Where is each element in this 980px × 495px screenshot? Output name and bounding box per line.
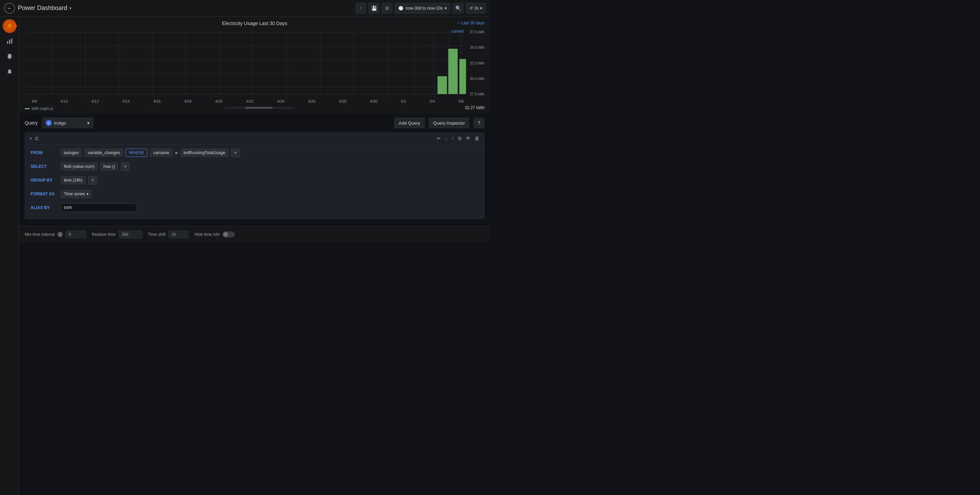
y-axis-labels: 37.5 kWh 35.0 kWh 32.5 kWh 30.0 kWh 27.5… [464,29,485,97]
sidebar-item-fire[interactable] [3,19,16,33]
dashboard-title[interactable]: Power Dashboard ▾ [18,5,72,12]
delete-icon[interactable]: 🗑 [474,135,480,142]
chart-time-link[interactable]: ○ Last 30 days [457,21,485,25]
chart-legend: kWh (right-y) [25,106,53,111]
where-op: = [175,150,178,155]
add-query-button[interactable]: Add Query [394,117,425,129]
groupby-label: GROUP BY [30,178,58,182]
min-time-input[interactable] [65,230,86,239]
current-value: 32.27 kWh [465,105,485,110]
from-label: FROM [30,150,58,155]
sidebar [0,16,19,495]
bottom-options: Min time interval i Relative time Time s… [19,226,490,243]
time-shift-input[interactable] [168,230,189,239]
refresh-caret: ▾ [480,6,482,11]
back-button[interactable]: ← [4,3,15,14]
svg-rect-28 [448,49,457,94]
select-label: SELECT [30,164,58,169]
chart-title: Electricity Usage Last 30 Days [25,21,485,26]
sidebar-item-chart[interactable] [3,34,16,48]
query-row-from: FROM autogen variable_changes WHERE varn… [30,147,479,158]
query-header: Query ◎ Indigo ▾ Add Query Query Inspect… [25,117,485,129]
share-icon[interactable]: ↑ [355,3,366,14]
dashboard-title-text: Power Dashboard [18,5,67,12]
save-icon[interactable]: 💾 [368,3,379,14]
chart-area: 37.5 kWh 35.0 kWh 32.5 kWh 30.0 kWh 27.5… [25,29,485,104]
query-section: Query ◎ Indigo ▾ Add Query Query Inspect… [19,113,490,226]
datasource-icon: ◎ [46,120,52,126]
hide-time-label: Hide time info [194,232,220,237]
alias-label: ALIAS BY [30,205,58,210]
from-table-tag[interactable]: autogen [61,149,82,157]
topnav-actions: ↑ 💾 ⚙ 🕐 now-30d to now-10s ▾ 🔍 ↺ 3s ▾ [355,3,486,14]
refresh-icon: ↺ [469,6,473,11]
chart-panel: Electricity Usage Last 30 Days ○ Last 30… [19,16,490,113]
edit-icon[interactable]: ✏ [436,135,442,142]
time-range-button[interactable]: 🕐 now-30d to now-10s ▾ [395,3,450,14]
min-time-group: Min time interval i [25,230,86,239]
query-inspector-button[interactable]: Query Inspector [429,117,470,129]
settings-icon[interactable]: ⚙ [382,3,393,14]
datasource-select[interactable]: ◎ Indigo ▾ [42,117,94,129]
time-range-text: now-30d to now-10s [406,6,442,11]
select-fn-tag[interactable]: max () [100,162,118,171]
chart-scrollbar-thumb [245,107,273,109]
main-layout: Electricity Usage Last 30 Days ○ Last 30… [0,16,490,495]
where-tag[interactable]: WHERE [126,149,147,157]
help-button[interactable]: ? [474,117,485,129]
format-select[interactable]: Time series ▾ [61,190,92,198]
chart-scrollbar[interactable] [224,107,293,109]
move-down-icon[interactable]: ↓ [444,135,448,142]
add-select-button[interactable]: + [121,162,130,171]
datasource-name: Indigo [54,121,66,125]
min-time-label: Min time interval [25,232,55,237]
add-groupby-button[interactable]: + [88,176,97,185]
query-row-alias: ALIAS BY [30,202,479,213]
toggle-knob [223,232,228,237]
hide-time-group: Hide time info [194,232,234,238]
legend-color-kwh [25,108,30,109]
relative-time-group: Relative time [92,230,142,239]
topnav: ← Power Dashboard ▾ ↑ 💾 ⚙ 🕐 now-30d to n… [0,0,490,16]
select-field-tag[interactable]: field (value.num) [61,162,97,171]
legend-label-kwh: kWh (right-y) [32,106,53,111]
current-label: current [451,29,464,33]
from-measure-tag[interactable]: variable_changes [84,149,123,157]
query-row-groupby: GROUP BY time (24h) + [30,175,479,186]
zoom-icon[interactable]: 🔍 [453,3,464,14]
datasource-caret: ▾ [87,121,90,125]
svg-rect-4 [9,40,10,44]
query-block-name: C [35,136,38,141]
sidebar-item-gear[interactable] [3,49,16,63]
hide-time-toggle[interactable] [223,232,235,238]
svg-rect-27 [438,76,447,94]
alias-input[interactable] [61,203,136,212]
x-axis-labels: 4/8 4/10 4/12 4/14 4/16 4/18 4/20 4/22 4… [25,98,485,103]
query-row-format: FORMAT AS Time series ▾ [30,189,479,200]
relative-time-label: Relative time [92,232,115,237]
time-shift-group: Time shift [148,230,189,239]
dashboard-title-caret: ▾ [69,6,72,11]
chart-bottom-row: kWh (right-y) 32.27 kWh [25,105,485,111]
move-up-icon[interactable]: ↑ [451,135,455,142]
collapse-arrow[interactable]: ▼ [29,136,33,140]
refresh-button[interactable]: ↺ 3s ▾ [466,3,486,14]
groupby-time-tag[interactable]: time (24h) [61,176,86,184]
time-range-caret: ▾ [445,6,447,11]
toggle-visibility-icon[interactable]: 👁 [465,135,471,142]
min-time-info-icon[interactable]: i [57,232,63,237]
refresh-interval: 3s [474,6,479,11]
add-where-button[interactable]: + [231,148,240,157]
chart-svg [25,29,485,97]
svg-rect-3 [7,41,8,44]
query-rows: FROM autogen variable_changes WHERE varn… [25,144,484,219]
svg-point-2 [9,25,10,27]
where-key-tag[interactable]: varname [150,149,172,157]
query-row-select: SELECT field (value.num) max () + [30,161,479,172]
query-block-c-header: ▼ C ✏ ↓ ↑ ⧉ 👁 🗑 [25,133,484,144]
where-val-tag[interactable]: tedRunningTotalUsage [180,149,228,157]
sidebar-item-bell[interactable] [3,65,16,78]
query-label: Query [25,120,38,125]
relative-time-input[interactable] [118,230,143,239]
duplicate-icon[interactable]: ⧉ [457,135,462,142]
